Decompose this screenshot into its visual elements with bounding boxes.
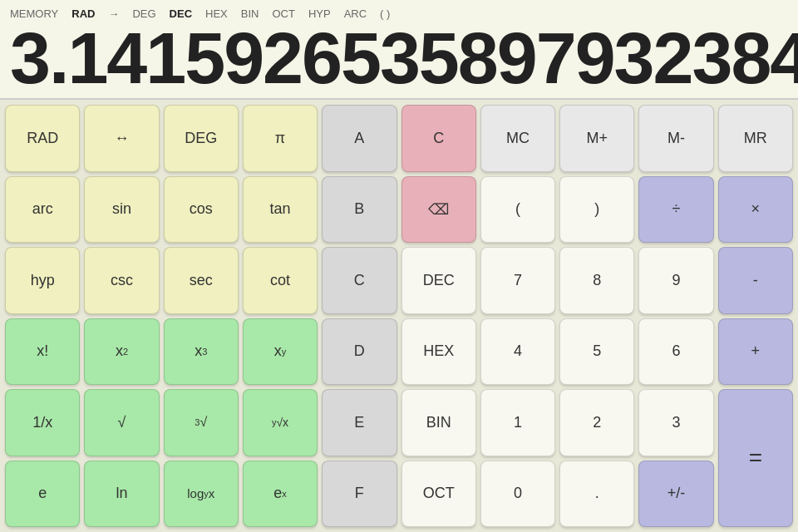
swap-button[interactable]: ↔ (84, 105, 159, 172)
pi-button[interactable]: π (243, 105, 318, 172)
0-button[interactable]: 0 (480, 461, 555, 528)
rad-button[interactable]: RAD (5, 105, 80, 172)
ln-button[interactable]: ln (84, 461, 159, 528)
f-button[interactable]: F (322, 461, 397, 528)
9-button[interactable]: 9 (638, 247, 713, 314)
power-button[interactable]: xy (243, 318, 318, 386)
mplus-button[interactable]: M+ (559, 105, 634, 172)
reciprocal-button[interactable]: 1/x (5, 389, 80, 456)
minus-button[interactable]: - (718, 247, 793, 314)
negate-button[interactable]: +/- (638, 461, 713, 528)
multiply-button[interactable]: × (718, 176, 793, 244)
6-button[interactable]: 6 (638, 318, 713, 386)
sec-button[interactable]: sec (164, 247, 239, 314)
decimal-button[interactable]: . (559, 461, 634, 528)
display-area: MEMORY RAD → DEG DEC HEX BIN OCT HYP ARC… (0, 0, 798, 100)
8-button[interactable]: 8 (559, 247, 634, 314)
backspace-button[interactable]: ⌫ (401, 176, 476, 244)
sin-button[interactable]: sin (84, 176, 159, 244)
display-number: 3.14159265358979323846 (10, 22, 788, 95)
arc-button[interactable]: arc (5, 176, 80, 244)
c-hex-button[interactable]: C (322, 247, 397, 314)
b-button[interactable]: B (322, 176, 397, 244)
e-hex-button[interactable]: E (322, 389, 397, 456)
buttons-area: RAD ↔ DEG π A C MC M+ M- MR arc sin cos … (0, 100, 798, 532)
4-button[interactable]: 4 (480, 318, 555, 386)
3-button[interactable]: 3 (638, 389, 713, 456)
a-button[interactable]: A (322, 105, 397, 172)
5-button[interactable]: 5 (559, 318, 634, 386)
2-button[interactable]: 2 (559, 389, 634, 456)
7-button[interactable]: 7 (480, 247, 555, 314)
lparen-button[interactable]: ( (480, 176, 555, 244)
clear-button[interactable]: C (401, 105, 476, 172)
hyp-button[interactable]: hyp (5, 247, 80, 314)
oct-button[interactable]: OCT (401, 461, 476, 528)
dec-button[interactable]: DEC (401, 247, 476, 314)
deg-button[interactable]: DEG (164, 105, 239, 172)
cos-button[interactable]: cos (164, 176, 239, 244)
cot-button[interactable]: cot (243, 247, 318, 314)
exp-button[interactable]: ex (243, 461, 318, 528)
1-button[interactable]: 1 (480, 389, 555, 456)
factorial-button[interactable]: x! (5, 318, 80, 386)
logx-button[interactable]: logyx (164, 461, 239, 528)
yroot-button[interactable]: y√x (243, 389, 318, 456)
euler-button[interactable]: e (5, 461, 80, 528)
bin-button[interactable]: BIN (401, 389, 476, 456)
divide-button[interactable]: ÷ (638, 176, 713, 244)
tan-button[interactable]: tan (243, 176, 318, 244)
plus-button[interactable]: + (718, 318, 793, 386)
rparen-button[interactable]: ) (559, 176, 634, 244)
cbrt-button[interactable]: 3√ (164, 389, 239, 456)
square-button[interactable]: x2 (84, 318, 159, 386)
mr-button[interactable]: MR (718, 105, 793, 172)
equals-button[interactable]: = (718, 389, 793, 527)
sqrt-button[interactable]: √ (84, 389, 159, 456)
d-button[interactable]: D (322, 318, 397, 386)
cube-button[interactable]: x3 (164, 318, 239, 386)
mc-button[interactable]: MC (480, 105, 555, 172)
csc-button[interactable]: csc (84, 247, 159, 314)
hex-button[interactable]: HEX (401, 318, 476, 386)
mminus-button[interactable]: M- (638, 105, 713, 172)
